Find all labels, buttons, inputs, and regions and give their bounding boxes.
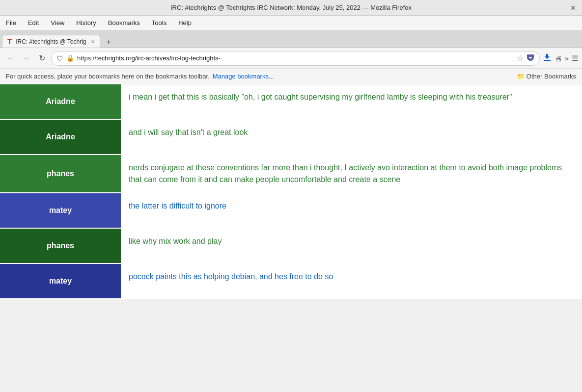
menu-file[interactable]: File: [4, 18, 18, 27]
chat-message: the latter is difficult to ignore: [121, 193, 582, 228]
chat-message: like why mix work and play: [121, 229, 582, 263]
chat-row: Ariadnei mean i get that this is basical…: [0, 84, 582, 120]
chat-nick: Ariadne: [0, 120, 121, 154]
menu-view[interactable]: View: [49, 18, 66, 27]
chat-row: phaneslike why mix work and play: [0, 229, 582, 264]
chat-message: nerds conjugate at these conventions far…: [121, 155, 582, 192]
menu-button[interactable]: ☰: [572, 54, 578, 63]
menu-history[interactable]: History: [74, 18, 98, 27]
other-bookmarks-icon: 📁: [517, 73, 525, 80]
chat-nick: phanes: [0, 155, 121, 192]
chat-nick: matey: [0, 193, 121, 228]
tab-favicon: T: [7, 37, 12, 46]
chat-row: mateythe latter is difficult to ignore: [0, 193, 582, 229]
bookmarks-bar-text: For quick access, place your bookmarks h…: [6, 73, 210, 80]
menu-help[interactable]: Help: [176, 18, 194, 27]
lock-icon: 🔒: [66, 54, 74, 62]
active-tab[interactable]: T IRC: #techrights @ Techrig ×: [2, 35, 100, 48]
download-button[interactable]: [543, 53, 552, 63]
chat-message: i mean i get that this is basically "oh,…: [121, 84, 582, 119]
tab-bar: T IRC: #techrights @ Techrig × +: [0, 30, 582, 48]
pocket-button[interactable]: [527, 53, 534, 63]
other-bookmarks[interactable]: 📁 Other Bookmarks: [517, 73, 576, 80]
chat-nick: matey: [0, 264, 121, 298]
tab-title: IRC: #techrights @ Techrig: [16, 38, 86, 45]
chat-row: Ariadneand i will say that isn't a great…: [0, 120, 582, 155]
chat-row: phanesnerds conjugate at these conventio…: [0, 155, 582, 193]
other-bookmarks-label: Other Bookmarks: [527, 73, 576, 80]
url-display[interactable]: https://techrights.org/irc-archives/irc-…: [77, 54, 514, 62]
chat-message: and i will say that isn't a great look: [121, 120, 582, 154]
back-button[interactable]: ←: [4, 52, 17, 65]
chat-row: mateypocock paints this as helping debia…: [0, 264, 582, 299]
chat-nick: Ariadne: [0, 84, 121, 119]
bookmarks-bar: For quick access, place your bookmarks h…: [0, 69, 582, 84]
title-bar: IRC: #techrights @ Techrights IRC Networ…: [0, 0, 582, 16]
shield-icon: 🛡: [56, 54, 63, 62]
forward-button[interactable]: →: [20, 52, 32, 65]
window-title: IRC: #techrights @ Techrights IRC Networ…: [170, 4, 412, 11]
url-path: /irc-archives/irc-log-techrights-: [135, 54, 221, 62]
new-tab-button[interactable]: +: [102, 37, 115, 48]
window-close-button[interactable]: ✕: [570, 4, 576, 12]
address-input-wrap[interactable]: 🛡 🔒 https://techrights.org/irc-archives/…: [51, 51, 540, 66]
refresh-button[interactable]: ↻: [35, 52, 48, 65]
chat-message: pocock paints this as helping debian, an…: [121, 264, 582, 298]
bookmark-star-button[interactable]: ☆: [517, 53, 524, 63]
menu-bookmarks[interactable]: Bookmarks: [106, 18, 142, 27]
menu-tools[interactable]: Tools: [150, 18, 168, 27]
menu-edit[interactable]: Edit: [26, 18, 41, 27]
menu-bar: File Edit View History Bookmarks Tools H…: [0, 16, 582, 30]
more-tools-button[interactable]: »: [565, 54, 569, 62]
address-bar: ← → ↻ 🛡 🔒 https://techrights.org/irc-arc…: [0, 48, 582, 69]
url-domain: techrights.org: [96, 54, 135, 62]
chat-content: Ariadnei mean i get that this is basical…: [0, 84, 582, 299]
tab-close-button[interactable]: ×: [91, 38, 95, 45]
chat-nick: phanes: [0, 229, 121, 263]
print-button[interactable]: 🖨: [554, 54, 562, 62]
manage-bookmarks-link[interactable]: Manage bookmarks...: [213, 73, 274, 80]
